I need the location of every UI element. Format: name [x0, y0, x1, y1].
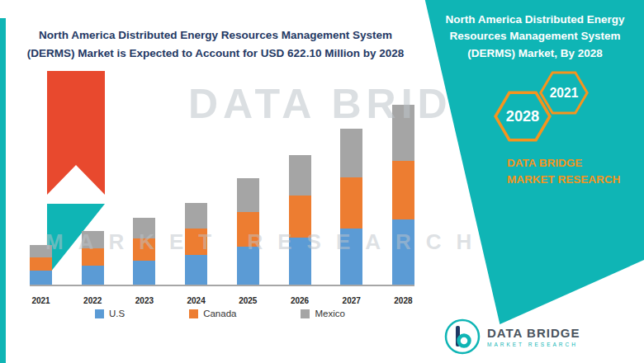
- segment-u-s-2021: [30, 271, 52, 285]
- legend-label-canada: Canada: [203, 309, 236, 318]
- chart-legend: U.SCanadaMexico: [95, 309, 345, 318]
- segment-u-s-2025: [237, 247, 259, 285]
- hexagon-year-label: 2028: [506, 108, 539, 125]
- segment-u-s-2024: [185, 255, 207, 285]
- bar-2021: [30, 245, 52, 285]
- legend-swatch-canada: [189, 309, 198, 318]
- segment-canada-2025: [237, 212, 259, 247]
- segment-u-s-2022: [82, 266, 104, 285]
- segment-mexico-2022: [82, 231, 104, 248]
- bar-2025: [237, 178, 259, 285]
- left-accent-bar: [0, 18, 6, 363]
- segment-canada-2023: [133, 238, 155, 260]
- segment-mexico-2027: [340, 129, 362, 177]
- bar-2028: [392, 105, 414, 285]
- legend-swatch-u-s: [95, 309, 104, 318]
- segment-canada-2024: [185, 229, 207, 255]
- legend-label-u-s: U.S: [109, 309, 125, 318]
- x-tick-2028: 2028: [392, 296, 414, 305]
- x-tick-2021: 2021: [30, 296, 52, 305]
- legend-item-mexico: Mexico: [301, 309, 344, 318]
- segment-mexico-2024: [185, 203, 207, 229]
- chart-plot-area: [30, 82, 414, 286]
- footer-brand: DATA BRIDGE: [487, 326, 580, 340]
- footer-tagline: MARKET RESEARCH: [487, 342, 580, 347]
- segment-mexico-2028: [392, 105, 414, 161]
- footer-text: DATA BRIDGE MARKET RESEARCH: [487, 326, 580, 347]
- segment-u-s-2027: [340, 229, 362, 285]
- legend-item-canada: Canada: [189, 309, 236, 318]
- x-tick-2025: 2025: [237, 296, 259, 305]
- legend-label-mexico: Mexico: [315, 309, 344, 318]
- segment-mexico-2026: [289, 155, 311, 196]
- panel-title: North America Distributed Energy Resourc…: [436, 12, 634, 62]
- segment-mexico-2023: [133, 218, 155, 239]
- infographic-canvas: DATA BRIDGE MARKET RESEARCH North Americ…: [0, 0, 644, 363]
- segment-u-s-2028: [392, 219, 414, 285]
- x-tick-2023: 2023: [133, 296, 155, 305]
- x-tick-2024: 2024: [185, 296, 207, 305]
- bar-2026: [289, 155, 311, 285]
- hexagon-year-label: 2021: [550, 86, 579, 100]
- chart-title: North America Distributed Energy Resourc…: [15, 26, 416, 62]
- segment-canada-2027: [340, 177, 362, 229]
- segment-canada-2028: [392, 161, 414, 219]
- segment-u-s-2023: [133, 261, 155, 285]
- x-tick-2022: 2022: [82, 296, 104, 305]
- segment-u-s-2026: [289, 238, 311, 285]
- panel-brand-text: DATA BRIDGE MARKET RESEARCH: [507, 155, 631, 187]
- segment-mexico-2021: [30, 245, 52, 257]
- segment-canada-2026: [289, 196, 311, 238]
- segment-canada-2022: [82, 248, 104, 266]
- bar-2022: [82, 231, 104, 285]
- bar-2027: [340, 129, 362, 285]
- segment-canada-2021: [30, 257, 52, 271]
- bar-2024: [185, 203, 207, 285]
- x-tick-2027: 2027: [340, 296, 362, 305]
- segment-mexico-2025: [237, 178, 259, 211]
- stacked-bar-chart: 20212022202320242025202620272028: [23, 82, 429, 314]
- footer-logo-mark: [444, 318, 481, 355]
- footer-logo: DATA BRIDGE MARKET RESEARCH: [444, 318, 580, 355]
- legend-item-u-s: U.S: [95, 309, 125, 318]
- x-tick-2026: 2026: [289, 296, 311, 305]
- bar-2023: [133, 218, 155, 285]
- hexagon-2028: 2028: [494, 91, 552, 142]
- x-axis: 20212022202320242025202620272028: [30, 296, 414, 305]
- legend-swatch-mexico: [301, 309, 310, 318]
